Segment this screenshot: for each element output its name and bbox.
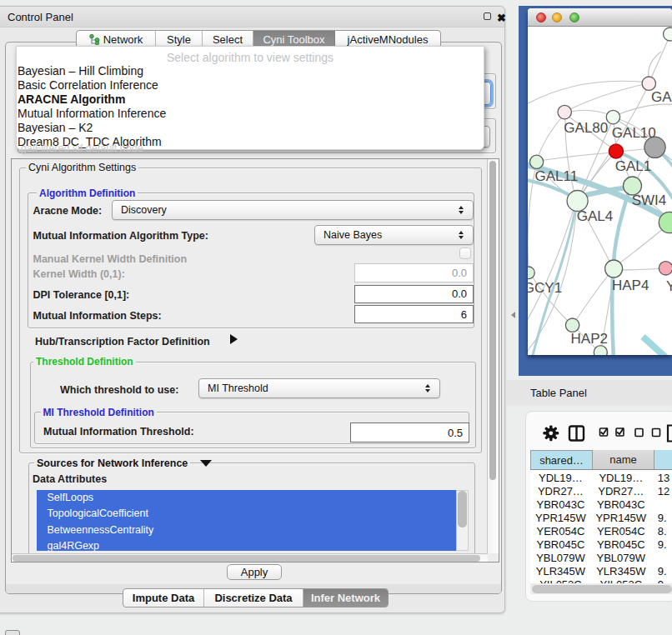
svg-text:HAP2: HAP2 <box>571 331 608 347</box>
svg-text:GAL80: GAL80 <box>564 120 608 136</box>
svg-text:YJ: YJ <box>666 278 672 294</box>
svg-text:GAL2: GAL2 <box>651 89 672 105</box>
svg-text:SWI4: SWI4 <box>632 192 667 208</box>
svg-text:GAL1: GAL1 <box>615 158 651 174</box>
svg-text:GCY1: GCY1 <box>528 280 562 296</box>
svg-text:GAL11: GAL11 <box>535 168 579 184</box>
svg-text:HAP4: HAP4 <box>612 278 649 293</box>
svg-text:GAL4: GAL4 <box>577 208 613 224</box>
svg-text:GAL10: GAL10 <box>612 125 656 141</box>
